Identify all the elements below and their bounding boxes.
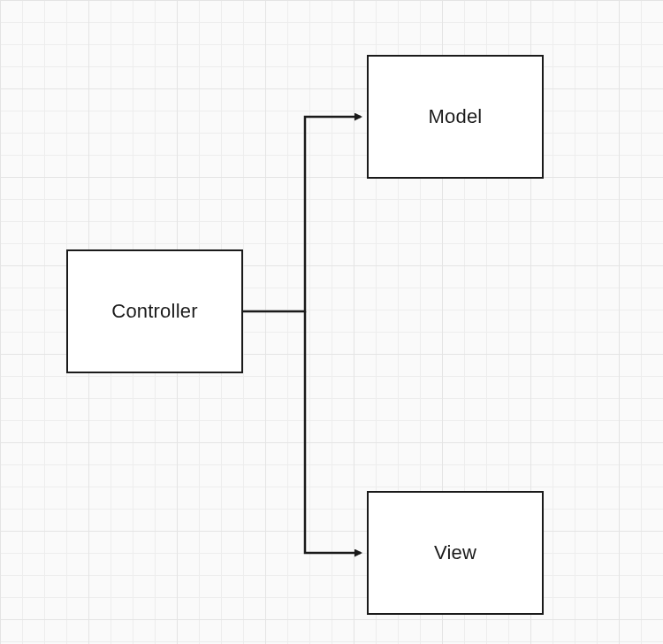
node-controller-label: Controller xyxy=(111,300,197,323)
node-model-label: Model xyxy=(429,105,483,128)
edge-controller-to-view xyxy=(305,311,361,553)
node-model[interactable]: Model xyxy=(367,55,544,179)
diagram-canvas[interactable]: Controller Model View xyxy=(0,0,663,644)
node-controller[interactable]: Controller xyxy=(66,249,243,373)
edge-controller-to-model xyxy=(243,117,361,311)
node-view-label: View xyxy=(434,541,476,564)
node-view[interactable]: View xyxy=(367,491,544,615)
